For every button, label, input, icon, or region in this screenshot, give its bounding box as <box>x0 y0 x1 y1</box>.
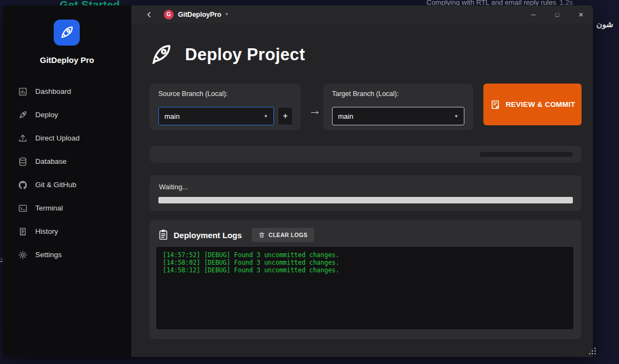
sidebar-item-database[interactable]: Database <box>3 150 131 173</box>
sidebar-item-dashboard[interactable]: Dashboard <box>3 80 131 103</box>
overall-progress-row <box>150 146 582 163</box>
database-icon <box>18 157 28 167</box>
terminal-icon <box>18 203 28 213</box>
source-branch-select[interactable]: main ▼ <box>158 107 274 125</box>
app-window: GitDeploy Pro Dashboard Deploy Direct Up… <box>3 5 593 357</box>
page-title: Deploy Project <box>185 45 305 65</box>
bar-chart-icon <box>18 87 28 97</box>
background-arabic-text: شون <box>596 20 613 29</box>
clipboard-icon <box>157 229 169 241</box>
sidebar-item-label: Terminal <box>35 204 63 212</box>
sidebar-item-label: Git & GitHub <box>35 181 76 189</box>
add-branch-button[interactable]: + <box>278 107 293 125</box>
sidebar-item-label: Deploy <box>35 111 58 119</box>
upload-icon <box>18 133 28 143</box>
logs-title: Deployment Logs <box>174 231 242 240</box>
chevron-down-icon: ▼ <box>264 114 268 119</box>
edit-document-icon <box>490 99 501 110</box>
log-line: [14:57:52] [DEBUG] Found 3 uncommitted c… <box>163 252 567 259</box>
back-button[interactable] <box>141 11 157 18</box>
resize-grip[interactable] <box>588 347 597 355</box>
sidebar: GitDeploy Pro Dashboard Deploy Direct Up… <box>3 5 131 357</box>
maximize-button[interactable]: □ <box>545 5 569 23</box>
rocket-icon <box>149 42 174 67</box>
sidebar-item-label: Database <box>35 157 67 165</box>
sidebar-item-settings[interactable]: Settings <box>3 243 131 266</box>
gear-icon <box>18 250 28 260</box>
log-line: [14:58:12] [DEBUG] Found 3 uncommitted c… <box>163 267 567 274</box>
status-card: Waiting... <box>150 175 582 211</box>
sidebar-item-label: Dashboard <box>35 87 71 95</box>
clear-logs-label: CLEAR LOGS <box>269 232 308 238</box>
chevron-down-icon: ▼ <box>454 114 458 119</box>
app-logo <box>54 20 80 46</box>
sidebar-item-label: History <box>35 227 58 235</box>
sidebar-item-label: Direct Upload <box>35 134 80 142</box>
source-branch-value: main <box>164 112 180 120</box>
target-branch-label: Target Branch (Local): <box>332 90 399 98</box>
clear-logs-button[interactable]: CLEAR LOGS <box>252 228 314 242</box>
history-icon <box>18 227 28 237</box>
sidebar-item-git-github[interactable]: Git & GitHub <box>3 173 131 196</box>
review-commit-label: REVIEW & COMMIT <box>506 100 575 108</box>
status-progress-bar <box>158 197 573 203</box>
rocket-icon <box>18 110 28 120</box>
app-badge-icon: G <box>164 10 174 20</box>
review-commit-button[interactable]: REVIEW & COMMIT <box>483 84 582 125</box>
source-branch-label: Source Branch (Local): <box>158 90 228 98</box>
rocket-icon <box>59 24 75 41</box>
github-icon <box>18 180 28 190</box>
sidebar-item-deploy[interactable]: Deploy <box>3 103 131 126</box>
app-name: GitDeploy Pro <box>3 55 131 65</box>
log-output[interactable]: [14:57:52] [DEBUG] Found 3 uncommitted c… <box>156 247 573 329</box>
sidebar-item-label: Settings <box>35 251 62 259</box>
sidebar-item-direct-upload[interactable]: Direct Upload <box>3 126 131 150</box>
progress-track <box>480 152 573 157</box>
target-branch-card: Target Branch (Local): main ▼ <box>323 84 473 130</box>
window-title: GitDeployPro <box>178 11 221 18</box>
trash-icon <box>258 232 265 239</box>
sidebar-item-history[interactable]: History <box>3 220 131 243</box>
close-button[interactable]: × <box>569 5 593 23</box>
minimize-button[interactable]: ─ <box>521 5 545 23</box>
sidebar-item-terminal[interactable]: Terminal <box>3 196 131 220</box>
titlebar: G GitDeployPro ▼ ─ □ × <box>131 5 593 23</box>
main-content: Deploy Project Source Branch (Local): ma… <box>131 23 593 357</box>
target-branch-value: main <box>338 112 353 120</box>
log-line: [14:58:02] [DEBUG] Found 3 uncommitted c… <box>163 259 567 267</box>
back-chevron-icon <box>146 11 152 18</box>
sidebar-nav: Dashboard Deploy Direct Upload Database <box>3 80 131 266</box>
arrow-right-icon: → <box>306 103 323 118</box>
target-branch-select[interactable]: main ▼ <box>332 107 464 125</box>
status-text: Waiting... <box>159 183 188 191</box>
deployment-logs-card: Deployment Logs CLEAR LOGS [14:57:52] [D… <box>150 220 582 339</box>
source-branch-card: Source Branch (Local): main ▼ + <box>150 84 301 130</box>
chevron-down-icon[interactable]: ▼ <box>225 12 229 17</box>
